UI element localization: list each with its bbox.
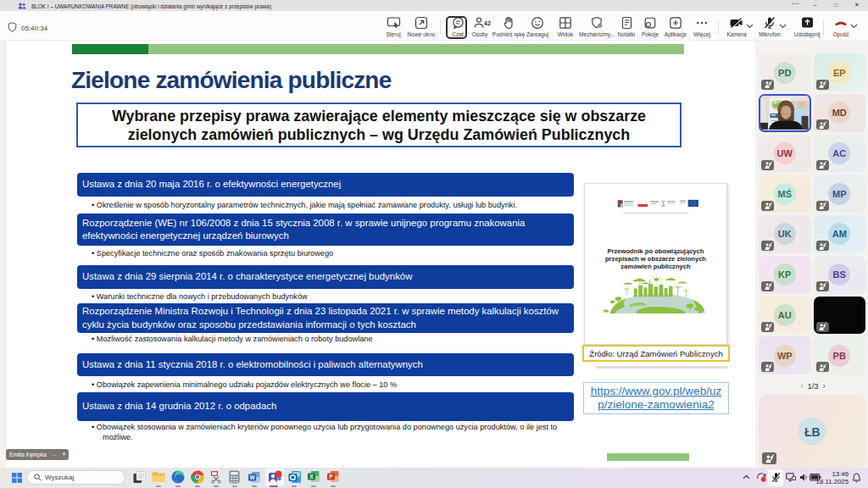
svg-text:Przewodnik po obowiązujących: Przewodnik po obowiązujących — [608, 247, 704, 255]
svg-text:W: W — [249, 474, 255, 480]
svg-text:X: X — [309, 474, 314, 480]
svg-text:przepisach w obszarze zielonyc: przepisach w obszarze zielonych — [605, 255, 706, 263]
svg-text:zamówień publicznych: zamówień publicznych — [620, 263, 691, 270]
svg-text:P: P — [329, 474, 333, 480]
